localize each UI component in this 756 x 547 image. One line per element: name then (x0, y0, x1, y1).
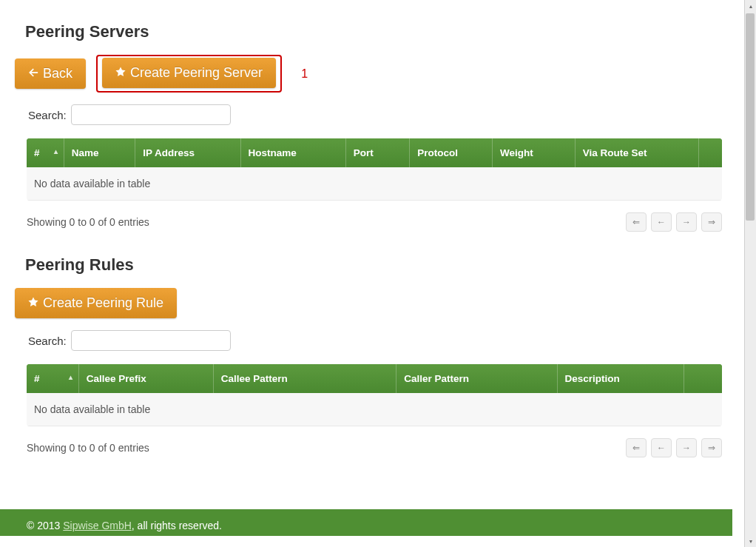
col-index[interactable]: # (27, 364, 79, 393)
pager-last-button[interactable]: ⇒ (701, 438, 722, 457)
col-ip[interactable]: IP Address (135, 138, 240, 167)
servers-table-header-row: # Name IP Address Hostname Port Protocol… (27, 138, 722, 167)
pager-next-button[interactable]: → (676, 438, 697, 457)
col-protocol[interactable]: Protocol (410, 138, 493, 167)
col-caller-pattern[interactable]: Caller Pattern (396, 364, 557, 393)
pager-prev-button[interactable]: ← (651, 438, 672, 457)
footer-copyright-prefix: © 2013 (27, 520, 63, 531)
rules-table: # Callee Prefix Callee Pattern Caller Pa… (27, 364, 722, 426)
footer-copyright-suffix: , all rights reserved. (132, 520, 222, 531)
col-index[interactable]: # (27, 138, 64, 167)
rules-info-row: Showing 0 to 0 of 0 entries ⇐ ← → ⇒ (27, 438, 722, 457)
servers-info-text: Showing 0 to 0 of 0 entries (27, 216, 149, 228)
page-footer: © 2013 Sipwise GmbH, all rights reserved… (0, 509, 732, 536)
table-row-empty: No data available in table (27, 393, 722, 426)
servers-button-row: Back Create Peering Server 1 (15, 55, 707, 93)
scroll-down-button[interactable]: ▾ (745, 535, 757, 547)
pager-last-button[interactable]: ⇒ (701, 212, 722, 232)
rules-heading: Peering Rules (25, 255, 707, 275)
page: Peering Servers Back Create Peering Serv… (0, 0, 732, 536)
rules-info-text: Showing 0 to 0 of 0 entries (27, 442, 149, 454)
servers-search-label: Search: (28, 109, 67, 121)
pager-next-button[interactable]: → (676, 212, 697, 232)
pager-first-button[interactable]: ⇐ (626, 212, 647, 232)
back-button-label: Back (43, 66, 72, 81)
create-rule-label: Create Peering Rule (43, 295, 163, 311)
annotation-highlight: Create Peering Server (96, 55, 282, 93)
content-viewport: Peering Servers Back Create Peering Serv… (0, 0, 744, 547)
rules-search-input[interactable] (71, 330, 231, 351)
rules-search-row: Search: (28, 330, 707, 351)
create-peering-rule-button[interactable]: Create Peering Rule (15, 288, 177, 318)
back-button[interactable]: Back (15, 58, 86, 89)
servers-search-row: Search: (28, 104, 707, 125)
footer-company-link[interactable]: Sipwise GmbH (63, 520, 132, 531)
pager-first-button[interactable]: ⇐ (626, 438, 647, 457)
rules-table-header-row: # Callee Prefix Callee Pattern Caller Pa… (27, 364, 722, 393)
scrollbar-vertical[interactable]: ▴ ▾ (744, 0, 756, 547)
scroll-up-button[interactable]: ▴ (745, 0, 757, 12)
col-description[interactable]: Description (558, 364, 685, 393)
rules-pager: ⇐ ← → ⇒ (626, 438, 722, 457)
servers-table: # Name IP Address Hostname Port Protocol… (27, 138, 722, 201)
servers-search-input[interactable] (71, 104, 231, 125)
rules-empty-cell: No data available in table (27, 393, 722, 426)
servers-heading: Peering Servers (25, 22, 707, 41)
col-via-route[interactable]: Via Route Set (576, 138, 700, 167)
scroll-thumb[interactable] (746, 13, 755, 221)
col-hostname[interactable]: Hostname (241, 138, 346, 167)
pager-prev-button[interactable]: ← (651, 212, 672, 232)
create-peering-server-button[interactable]: Create Peering Server (102, 58, 276, 88)
browser-viewport: Peering Servers Back Create Peering Serv… (0, 0, 756, 547)
col-callee-pattern[interactable]: Callee Pattern (214, 364, 397, 393)
col-name[interactable]: Name (64, 138, 136, 167)
col-actions (699, 138, 722, 167)
servers-empty-cell: No data available in table (27, 167, 722, 201)
annotation-number: 1 (301, 67, 308, 81)
star-icon (115, 67, 126, 79)
table-row-empty: No data available in table (27, 167, 722, 201)
create-server-label: Create Peering Server (130, 65, 263, 81)
col-actions (684, 364, 722, 393)
star-icon (28, 297, 38, 309)
col-weight[interactable]: Weight (493, 138, 576, 167)
col-port[interactable]: Port (346, 138, 410, 167)
rules-button-row: Create Peering Rule (15, 288, 707, 318)
rules-search-label: Search: (28, 335, 67, 347)
col-callee-prefix[interactable]: Callee Prefix (79, 364, 214, 393)
arrow-left-icon (28, 67, 38, 80)
servers-pager: ⇐ ← → ⇒ (626, 212, 722, 232)
servers-info-row: Showing 0 to 0 of 0 entries ⇐ ← → ⇒ (27, 212, 722, 232)
